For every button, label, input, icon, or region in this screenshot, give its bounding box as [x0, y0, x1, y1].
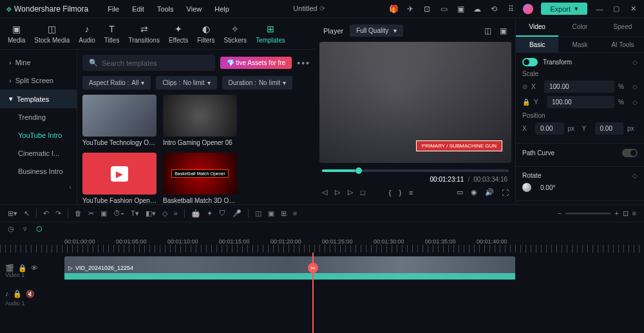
subtab-aitools[interactable]: AI Tools: [601, 37, 644, 52]
prev-frame-button[interactable]: ◁: [322, 188, 327, 196]
sidebar-mine[interactable]: ›Mine: [0, 53, 77, 71]
props-tab-color[interactable]: Color: [558, 18, 601, 37]
display-icon[interactable]: ▭: [457, 188, 463, 196]
subtab-mask[interactable]: Mask: [558, 37, 601, 52]
speed-button[interactable]: ⏱▾: [113, 209, 124, 217]
tab-effects[interactable]: ✦Effects: [169, 23, 188, 44]
template-card[interactable]: Basketball Match OpenerBasketball Match …: [163, 153, 237, 204]
keyframe-diamond[interactable]: ◇: [632, 59, 638, 66]
tab-stickers[interactable]: ✧Stickers: [224, 23, 247, 44]
pathcurve-toggle[interactable]: [622, 149, 638, 157]
minimize-button[interactable]: —: [595, 5, 604, 14]
collapse-sidebar[interactable]: ‹: [0, 180, 77, 193]
export-button[interactable]: Export▾: [541, 3, 587, 15]
mark-out-button[interactable]: }: [399, 189, 401, 196]
video-track-header[interactable]: 🎬🔒👁: [0, 264, 61, 272]
tl-marker-icon[interactable]: ▿: [23, 225, 27, 233]
lock-icon[interactable]: 🔒: [522, 99, 530, 106]
gift-icon[interactable]: 🎁: [389, 5, 398, 14]
visibility-icon[interactable]: 👁: [31, 264, 38, 272]
tab-titles[interactable]: TTitles: [104, 23, 120, 44]
sidebar-templates[interactable]: ▾Templates: [0, 90, 77, 108]
tab-templates[interactable]: ⊞Templates: [256, 23, 285, 44]
settings-icon[interactable]: ≡: [409, 189, 413, 196]
mix-icon[interactable]: ≡: [293, 209, 297, 217]
delete-button[interactable]: 🗑: [75, 209, 82, 217]
transform-toggle[interactable]: [522, 58, 538, 66]
more-menu[interactable]: •••: [297, 58, 310, 68]
undo-button[interactable]: ↶: [43, 209, 49, 218]
audio-track[interactable]: ♪🔒🔇 Audio 1: [64, 283, 644, 304]
marker-icon[interactable]: ◫: [255, 209, 261, 218]
sidebar-business[interactable]: Business Intro: [0, 162, 77, 180]
crop-button[interactable]: ▣: [100, 209, 107, 218]
sources-icon[interactable]: ⊞▾: [8, 209, 17, 218]
props-tab-speed[interactable]: Speed: [601, 18, 644, 37]
scale-y-input[interactable]: 100.00: [547, 96, 614, 108]
sidebar-cinematic[interactable]: Cinematic I...: [0, 144, 77, 162]
sidebar-trending[interactable]: Trending: [0, 108, 77, 126]
keyframe-diamond[interactable]: ◇: [632, 99, 638, 106]
template-card[interactable]: Intro Gaming Opener 06: [163, 95, 237, 146]
cloud-icon[interactable]: ☁: [473, 5, 482, 14]
filter-aspect[interactable]: Aspect Ratio : All ▾: [82, 76, 151, 90]
cut-button[interactable]: ✂: [88, 209, 94, 218]
video-track[interactable]: 🎬🔒👁 Video 1 ▷VID_20241026_12254: [64, 255, 644, 281]
tl-clock-icon[interactable]: ◷: [8, 225, 14, 233]
menu-edit[interactable]: Edit: [132, 5, 144, 13]
mic-icon[interactable]: 🎤: [232, 209, 242, 218]
filter-duration[interactable]: Duration : No limit ▾: [222, 76, 293, 90]
progress-bar[interactable]: [322, 169, 509, 172]
mark-in-button[interactable]: {: [389, 189, 392, 196]
menu-file[interactable]: File: [108, 5, 119, 13]
maximize-button[interactable]: ▢: [612, 5, 621, 14]
keyframe-button[interactable]: ◇: [162, 209, 167, 218]
enhance-icon[interactable]: ✦: [207, 209, 213, 218]
menu-view[interactable]: View: [187, 5, 202, 13]
avatar-icon[interactable]: [523, 4, 533, 14]
pointer-tool[interactable]: ↖: [24, 209, 30, 218]
zoom-in[interactable]: +: [614, 209, 618, 217]
close-button[interactable]: ✕: [629, 5, 638, 14]
tab-media[interactable]: ▣Media: [8, 23, 25, 44]
video-clip[interactable]: ▷VID_20241026_12254: [64, 256, 515, 280]
tl-magnet-icon[interactable]: ⬡: [36, 225, 43, 233]
stop-button[interactable]: □: [361, 189, 365, 196]
next-frame-button[interactable]: ▷: [348, 188, 353, 196]
template-card[interactable]: YouTube Technology Opene...: [82, 95, 156, 146]
camera-icon[interactable]: ◉: [471, 188, 477, 196]
promo-banner[interactable]: 💎 tive Assets for fre: [220, 57, 292, 69]
mute-icon[interactable]: 🔇: [26, 290, 35, 298]
menu-help[interactable]: Help: [214, 5, 229, 13]
scale-x-input[interactable]: 100.00: [544, 81, 614, 93]
menu-tools[interactable]: Tools: [157, 5, 174, 13]
project-title[interactable]: Untitled: [293, 5, 317, 12]
tab-transitions[interactable]: ⇄Transitions: [128, 23, 160, 44]
more-tools[interactable]: »: [174, 209, 178, 217]
apps-icon[interactable]: ⠿: [506, 5, 515, 14]
devices-icon[interactable]: ⊡: [422, 5, 431, 14]
filter-clips[interactable]: Clips : No limit ▾: [156, 76, 216, 90]
pos-y-input[interactable]: 0.00: [595, 122, 624, 135]
thumb-icon[interactable]: ⊞: [281, 209, 287, 218]
lock-icon[interactable]: 🔒: [18, 264, 27, 272]
audio-track-header[interactable]: ♪🔒🔇: [0, 290, 61, 298]
sidebar-splitscreen[interactable]: ›Split Screen: [0, 71, 77, 90]
lock-icon[interactable]: 🔒: [13, 290, 22, 298]
template-card[interactable]: ▶YouTube Fashion Opener 05: [82, 153, 156, 204]
props-tab-video[interactable]: Video: [516, 18, 558, 37]
color-button[interactable]: ◧▾: [146, 209, 156, 218]
timeline-ruler[interactable]: 00:01:00:0000:01:05:0000:01:10:0000:01:1…: [0, 236, 644, 245]
zoom-out[interactable]: −: [558, 209, 562, 217]
text-button[interactable]: T▾: [131, 209, 139, 218]
fullscreen-button[interactable]: ⛶: [502, 189, 509, 196]
fit-zoom[interactable]: ⊡: [623, 209, 629, 218]
playhead[interactable]: ✂: [312, 252, 314, 333]
ai-button[interactable]: 🤖: [191, 209, 200, 218]
shield-icon[interactable]: ⛉: [219, 209, 226, 217]
monitor-icon[interactable]: ▭: [439, 5, 448, 14]
pos-x-input[interactable]: 0.00: [535, 122, 564, 135]
send-icon[interactable]: ✈: [406, 5, 415, 14]
redo-button[interactable]: ↷: [55, 209, 61, 218]
refresh-icon[interactable]: ⟲: [489, 5, 498, 14]
